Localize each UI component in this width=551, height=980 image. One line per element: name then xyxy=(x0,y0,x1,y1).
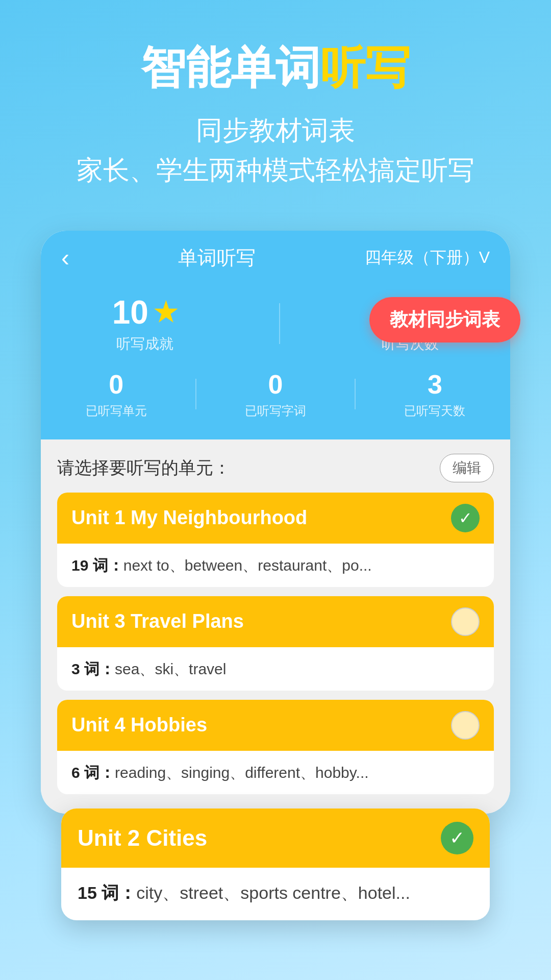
hero-section: 智能单词听写 同步教材词表 家长、学生两种模式轻松搞定听写 xyxy=(0,0,551,210)
unit-3-header: Unit 3 Travel Plans xyxy=(57,596,494,647)
unit-2-words: 15 词：city、street、sports centre、hotel... xyxy=(61,868,490,920)
edit-button[interactable]: 编辑 xyxy=(440,454,494,482)
unit-2-header: Unit 2 Cities ✓ xyxy=(61,808,490,868)
achievement-label: 听写成就 xyxy=(112,334,178,354)
unit-2-name: Unit 2 Cities xyxy=(78,825,207,851)
unit-list-prompt: 请选择要听写的单元： xyxy=(57,456,231,480)
stat-days: 3 已听写天数 xyxy=(404,369,465,419)
unit-1-word-count: 19 词： xyxy=(71,557,123,574)
unit-4-word-list: reading、singing、different、hobby... xyxy=(115,764,369,781)
unit-2-word-list: city、street、sports centre、hotel... xyxy=(136,883,410,902)
unit-card-3[interactable]: Unit 3 Travel Plans 3 词：sea、ski、travel xyxy=(57,596,494,691)
hero-title: 智能单词听写 xyxy=(20,41,531,95)
words-label: 已听写字词 xyxy=(245,403,306,419)
floating-unit-2-card[interactable]: Unit 2 Cities ✓ 15 词：city、street、sports … xyxy=(61,808,490,920)
days-label: 已听写天数 xyxy=(404,403,465,419)
unit-list-header: 请选择要听写的单元： 编辑 xyxy=(57,454,494,482)
units-label: 已听写单元 xyxy=(86,403,147,419)
stats-divider-1 xyxy=(279,303,280,344)
unit-1-words: 19 词：next to、between、restaurant、po... xyxy=(57,544,494,587)
hero-title-main: 智能单词 xyxy=(141,42,320,93)
unit-card-4[interactable]: Unit 4 Hobbies 6 词：reading、singing、diffe… xyxy=(57,700,494,794)
phone-mockup: 教材同步词表 ‹ 单词听写 四年级（下册）V 10 ★ 听写成就 13 xyxy=(41,231,510,920)
stats-divider-3 xyxy=(355,379,356,409)
hero-subtitle-line2: 家长、学生两种模式轻松搞定听写 xyxy=(20,150,531,190)
hero-subtitle-line1: 同步教材词表 xyxy=(20,110,531,150)
unit-1-name: Unit 1 My Neighbourhood xyxy=(71,507,307,529)
unit-list-area: 请选择要听写的单元： 编辑 Unit 1 My Neighbourhood ✓ … xyxy=(41,439,510,814)
achievement-number: 10 xyxy=(112,293,148,331)
unit-2-word-count: 15 词： xyxy=(78,883,136,902)
unit-card-1[interactable]: Unit 1 My Neighbourhood ✓ 19 词：next to、b… xyxy=(57,493,494,587)
stat-achievement: 10 ★ 听写成就 xyxy=(112,293,178,354)
unit-1-header: Unit 1 My Neighbourhood ✓ xyxy=(57,493,494,544)
words-value: 0 xyxy=(245,369,306,400)
unit-3-words: 3 词：sea、ski、travel xyxy=(57,647,494,691)
star-icon: ★ xyxy=(154,297,178,328)
unit-4-words: 6 词：reading、singing、different、hobby... xyxy=(57,751,494,794)
unit-4-word-count: 6 词： xyxy=(71,764,115,781)
unit-3-name: Unit 3 Travel Plans xyxy=(71,610,244,632)
unit-4-header: Unit 4 Hobbies xyxy=(57,700,494,751)
achievement-value: 10 ★ xyxy=(112,293,178,331)
stats-divider-2 xyxy=(195,379,196,409)
unit-2-check: ✓ xyxy=(441,822,473,854)
stat-units: 0 已听写单元 xyxy=(86,369,147,419)
unit-4-name: Unit 4 Hobbies xyxy=(71,714,207,736)
topbar-title: 单词听写 xyxy=(178,245,256,271)
unit-3-word-list: sea、ski、travel xyxy=(115,660,226,677)
hero-subtitle: 同步教材词表 家长、学生两种模式轻松搞定听写 xyxy=(20,110,531,190)
phone-topbar: ‹ 单词听写 四年级（下册）V xyxy=(41,231,510,283)
stat-words: 0 已听写字词 xyxy=(245,369,306,419)
units-value: 0 xyxy=(86,369,147,400)
topbar-grade: 四年级（下册）V xyxy=(365,247,490,269)
back-button[interactable]: ‹ xyxy=(61,246,69,270)
days-value: 3 xyxy=(404,369,465,400)
unit-3-word-count: 3 词： xyxy=(71,660,115,677)
unit-3-check xyxy=(451,607,480,636)
hero-title-highlight: 听写 xyxy=(320,42,410,93)
stats-bottom: 0 已听写单元 0 已听写字词 3 已听写天数 xyxy=(61,369,490,419)
unit-1-check: ✓ xyxy=(451,504,480,532)
tooltip-badge: 教材同步词表 xyxy=(369,297,520,342)
unit-1-word-list: next to、between、restaurant、po... xyxy=(123,557,372,574)
unit-4-check xyxy=(451,711,480,740)
